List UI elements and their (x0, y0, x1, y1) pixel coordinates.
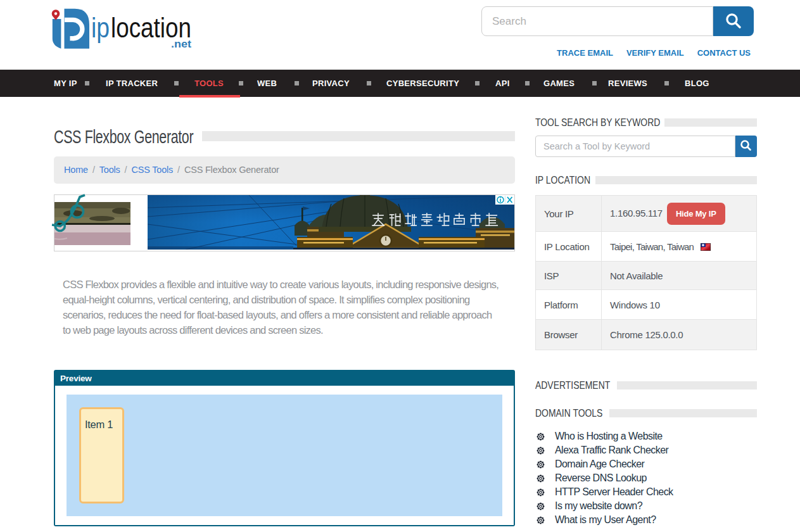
svg-text:.net: .net (171, 38, 191, 50)
svg-text:ip: ip (91, 12, 110, 43)
